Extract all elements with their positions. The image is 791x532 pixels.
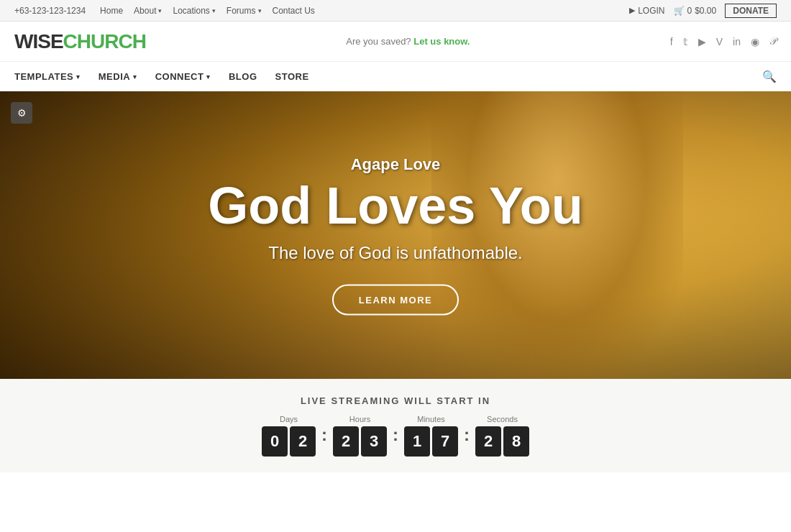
- logo: WISE CHURCH: [14, 30, 146, 53]
- phone-link[interactable]: +63-123-123-1234: [14, 6, 86, 16]
- seconds-digit-0: 2: [475, 426, 501, 457]
- templates-chevron-icon: ▾: [76, 73, 81, 81]
- nav-templates[interactable]: TEMPLATES ▾: [14, 71, 81, 82]
- minutes-label: Minutes: [417, 415, 445, 423]
- top-bar-left: +63-123-123-1234 Home About ▾ Locations …: [14, 6, 315, 16]
- learn-more-button[interactable]: LEARN MORE: [332, 285, 459, 316]
- countdown-hours: Hours 2 3: [333, 415, 387, 457]
- nav-connect[interactable]: CONNECT ▾: [155, 71, 211, 82]
- logo-wise: WISE: [14, 30, 63, 53]
- colon-1: :: [321, 425, 327, 445]
- seconds-digit-1: 8: [503, 426, 529, 457]
- about-chevron-icon: ▾: [158, 7, 162, 14]
- logo-church: CHURCH: [63, 30, 146, 53]
- middle-message: Are you saved? Let us know.: [346, 36, 470, 47]
- countdown-section: LIVE STREAMING WILL START IN Days 0 2 : …: [0, 379, 791, 472]
- hours-label: Hours: [349, 415, 370, 423]
- social-youtube[interactable]: ▶: [698, 36, 706, 47]
- donate-button[interactable]: DONATE: [725, 4, 777, 18]
- gear-button[interactable]: ⚙: [11, 102, 32, 124]
- days-digits: 0 2: [262, 426, 316, 457]
- social-twitter[interactable]: 𝕥: [683, 36, 688, 47]
- social-linkedin[interactable]: in: [733, 36, 741, 47]
- countdown-days: Days 0 2: [262, 415, 316, 457]
- top-bar-right: ▶ LOGIN 🛒 0 $0.00 DONATE: [629, 4, 777, 18]
- countdown-label: LIVE STREAMING WILL START IN: [301, 395, 490, 406]
- nav-about[interactable]: About ▾: [134, 6, 162, 16]
- media-chevron-icon: ▾: [133, 73, 137, 81]
- nav-store[interactable]: STORE: [275, 71, 309, 82]
- days-digit-0: 0: [262, 426, 288, 457]
- social-instagram[interactable]: ◉: [751, 36, 759, 47]
- countdown-seconds: Seconds 2 8: [475, 415, 529, 457]
- social-pinterest[interactable]: 𝒫: [769, 35, 777, 47]
- forums-chevron-icon: ▾: [258, 7, 262, 14]
- cart-area: 🛒 0 $0.00: [674, 6, 717, 16]
- search-icon[interactable]: 🔍: [762, 70, 777, 83]
- hours-digits: 2 3: [333, 426, 387, 457]
- days-digit-1: 2: [290, 426, 316, 457]
- minutes-digit-1: 7: [432, 426, 458, 457]
- hero-section: ⚙ Agape Love God Loves You The love of G…: [0, 91, 791, 379]
- login-icon: ▶: [629, 6, 635, 15]
- hours-digit-1: 3: [361, 426, 387, 457]
- social-vimeo[interactable]: V: [716, 36, 723, 47]
- nav-contact[interactable]: Contact Us: [273, 6, 315, 16]
- main-nav-links: TEMPLATES ▾ MEDIA ▾ CONNECT ▾ BLOG STORE: [14, 71, 309, 82]
- nav-blog[interactable]: BLOG: [229, 71, 257, 82]
- connect-chevron-icon: ▾: [206, 73, 211, 81]
- hero-title: God Loves You: [108, 180, 683, 231]
- nav-home[interactable]: Home: [100, 6, 123, 16]
- top-bar: +63-123-123-1234 Home About ▾ Locations …: [0, 0, 791, 22]
- gear-icon: ⚙: [17, 107, 27, 119]
- main-nav: TEMPLATES ▾ MEDIA ▾ CONNECT ▾ BLOG STORE…: [0, 61, 791, 91]
- social-facebook[interactable]: f: [670, 36, 673, 47]
- countdown-minutes: Minutes 1 7: [404, 415, 458, 457]
- top-bar-nav: Home About ▾ Locations ▾ Forums ▾ Contac…: [100, 6, 315, 16]
- hero-subtitle: Agape Love: [108, 155, 683, 174]
- social-icons: f 𝕥 ▶ V in ◉ 𝒫: [670, 35, 777, 47]
- cart-icon: 🛒: [674, 6, 685, 16]
- minutes-digit-0: 1: [404, 426, 430, 457]
- minutes-digits: 1 7: [404, 426, 458, 457]
- hours-digit-0: 2: [333, 426, 359, 457]
- middle-bar: WISE CHURCH Are you saved? Let us know. …: [0, 22, 791, 61]
- colon-3: :: [464, 425, 470, 445]
- colon-2: :: [393, 425, 398, 445]
- nav-media[interactable]: MEDIA ▾: [99, 71, 137, 82]
- let-us-know-link[interactable]: Let us know.: [413, 36, 470, 47]
- hero-description: The love of God is unfathomable.: [108, 243, 683, 263]
- cart-amount[interactable]: $0.00: [695, 6, 716, 16]
- cart-count: 0: [687, 6, 692, 16]
- nav-locations[interactable]: Locations ▾: [173, 6, 215, 16]
- seconds-digits: 2 8: [475, 426, 529, 457]
- days-label: Days: [280, 415, 298, 423]
- login-link[interactable]: ▶ LOGIN: [629, 6, 664, 16]
- hero-content: Agape Love God Loves You The love of God…: [108, 155, 683, 316]
- locations-chevron-icon: ▾: [212, 7, 216, 14]
- countdown-timer: Days 0 2 : Hours 2 3 : Minutes 1 7 :: [262, 415, 529, 457]
- nav-forums[interactable]: Forums ▾: [227, 6, 262, 16]
- seconds-label: Seconds: [487, 415, 518, 423]
